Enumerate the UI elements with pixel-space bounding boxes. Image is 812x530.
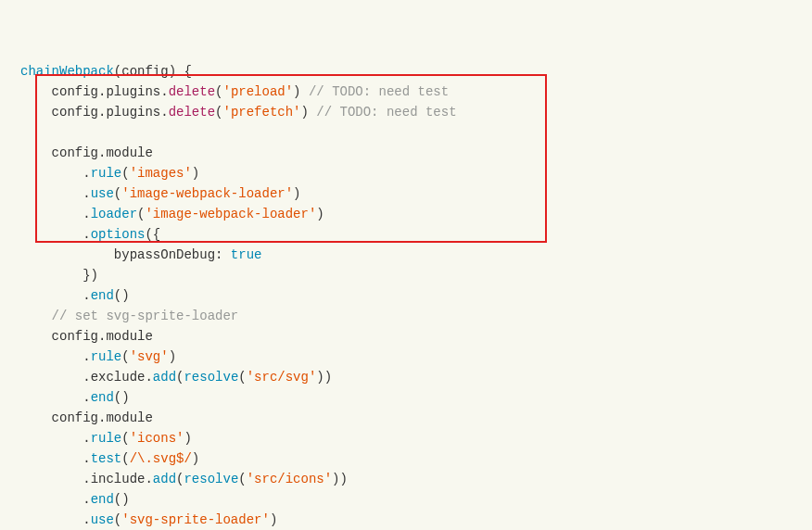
token: end [91, 390, 114, 405]
token: ({ [145, 227, 160, 242]
token: include [91, 472, 146, 486]
code-line: .end() [0, 285, 812, 306]
code-line: // set svg-sprite-loader [0, 306, 812, 326]
token: . [82, 390, 90, 405]
token: . [82, 472, 90, 486]
token: ( [238, 370, 246, 385]
code-line: .exclude.add(resolve('src/svg')) [0, 367, 812, 387]
token: ( [114, 64, 121, 79]
code-line: config.module [0, 143, 812, 163]
code-line: .rule('icons') [0, 428, 812, 448]
token: chainWebpack [20, 64, 114, 79]
code-line: .use('image-webpack-loader') [0, 183, 812, 204]
code-line: }) [0, 265, 812, 285]
token: ( [121, 451, 129, 466]
token: ) [169, 349, 176, 364]
token: ) [192, 451, 199, 466]
token: ) [270, 512, 277, 527]
token: . [160, 105, 168, 120]
code-line: .loader('image-webpack-loader') [0, 204, 812, 224]
token: resolve [184, 370, 238, 385]
token: . [82, 166, 90, 181]
code-line: .test(/\.svg$/) [0, 448, 812, 469]
token: ( [121, 166, 129, 181]
token: config [52, 329, 98, 344]
token: 'preload' [222, 84, 293, 99]
token: delete [169, 84, 215, 99]
token: config [52, 84, 98, 99]
code-lines: chainWebpack(config) { config.plugins.de… [0, 61, 812, 530]
token: )) [332, 472, 348, 486]
token: . [82, 370, 90, 385]
token: ) [184, 431, 191, 446]
token: . [82, 288, 90, 303]
token: 'icons' [130, 431, 184, 446]
code-editor: chainWebpack(config) { config.plugins.de… [0, 0, 812, 530]
token: /\.svg$/ [130, 451, 192, 466]
code-line: bypassOnDebug: true [0, 245, 812, 265]
token: 'image-webpack-loader' [145, 207, 316, 221]
token: 'svg' [130, 349, 169, 364]
token: () [114, 492, 130, 507]
token: resolve [184, 472, 238, 486]
token: }) [82, 268, 98, 283]
token: . [145, 472, 152, 486]
token: 'svg-sprite-loader' [121, 512, 270, 527]
token: . [145, 370, 152, 385]
token: ) [293, 186, 300, 201]
token: ( [114, 186, 121, 201]
token: rule [91, 431, 122, 446]
token: rule [91, 166, 122, 181]
token: test [91, 451, 122, 466]
token: ( [121, 349, 129, 364]
token: )) [316, 370, 332, 385]
token: module [106, 145, 152, 160]
code-line: .rule('images') [0, 163, 812, 183]
token: // set svg-sprite-loader [52, 309, 239, 323]
code-line: .use('svg-sprite-loader') [0, 510, 812, 530]
token: ) [316, 207, 324, 221]
code-line: config.module [0, 408, 812, 428]
token: module [106, 329, 152, 344]
token: end [91, 288, 114, 303]
token: . [82, 207, 90, 221]
code-line: .include.add(resolve('src/icons')) [0, 469, 812, 489]
token: 'images' [130, 166, 192, 181]
token: config [52, 145, 98, 160]
token: ) [293, 84, 309, 99]
token: add [153, 370, 176, 385]
token: config [52, 410, 98, 425]
code-line: chainWebpack(config) { [0, 61, 812, 82]
code-line: config.module [0, 326, 812, 347]
token: config [121, 64, 168, 79]
token: plugins [106, 84, 160, 99]
token: . [82, 492, 90, 507]
token: loader [91, 207, 137, 221]
token: rule [91, 349, 122, 364]
token: . [82, 186, 90, 201]
token: ( [114, 512, 121, 527]
token: add [153, 472, 176, 486]
token: bypassOnDebug [114, 247, 215, 262]
token: exclude [91, 370, 146, 385]
token: end [91, 492, 114, 507]
token: true [231, 247, 262, 262]
token: . [82, 431, 90, 446]
code-line: .rule('svg') [0, 347, 812, 367]
token: ) [192, 166, 199, 181]
token: use [91, 186, 114, 201]
token: 'prefetch' [222, 105, 300, 120]
token: . [82, 512, 90, 527]
token: options [91, 227, 146, 242]
token: ) { [169, 64, 192, 79]
token: () [114, 288, 130, 303]
token: ( [121, 431, 129, 446]
code-line: config.plugins.delete('preload') // TODO… [0, 82, 812, 102]
code-line [0, 122, 812, 143]
token: plugins [106, 105, 160, 120]
code-line: .end() [0, 489, 812, 510]
token: . [82, 451, 90, 466]
token: module [106, 410, 152, 425]
token: config [52, 105, 98, 120]
token: delete [169, 105, 215, 120]
